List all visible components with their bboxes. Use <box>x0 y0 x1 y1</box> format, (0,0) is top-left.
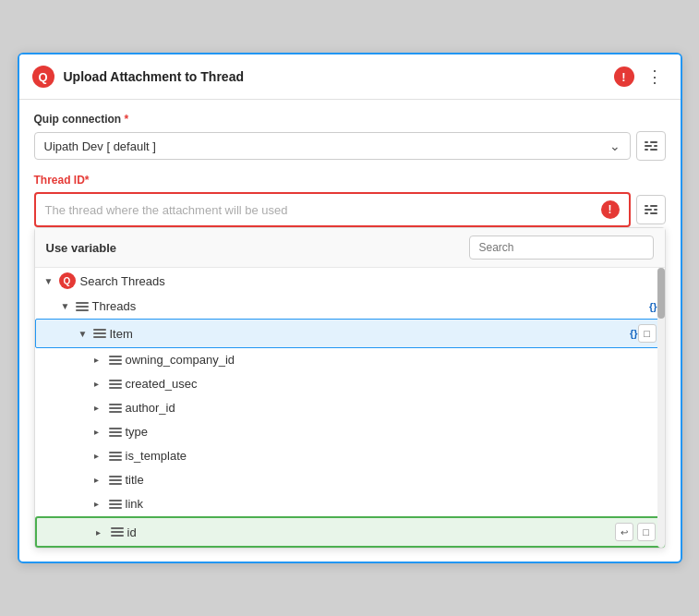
panel-title: Upload Attachment to Thread <box>64 69 614 84</box>
variable-header: Use variable <box>35 228 665 268</box>
header-more-button[interactable]: ⋮ <box>642 64 668 90</box>
svg-rect-5 <box>650 149 657 151</box>
header-warn-icon: ! <box>614 66 634 87</box>
id-insert-button[interactable]: ↩ <box>615 523 633 541</box>
is-template-list-icon <box>109 452 122 461</box>
svg-rect-1 <box>650 141 657 143</box>
thread-id-label: Thread ID* <box>34 174 666 187</box>
tree-item-is-template[interactable]: ▸ is_template <box>35 444 665 468</box>
tree-container[interactable]: ▼ Q Search Threads ▼ Threads {} ▼ <box>35 268 665 548</box>
main-container: Q Upload Attachment to Thread ! ⋮ Quip c… <box>0 0 699 616</box>
created-usec-list-icon <box>109 380 122 389</box>
id-label: id <box>127 525 615 539</box>
connection-value: Uipath Dev [ default ] <box>44 139 609 153</box>
scrollbar-thumb[interactable] <box>657 268 665 319</box>
thread-input-row: The thread where the attachment will be … <box>34 192 666 227</box>
svg-rect-6 <box>645 205 648 207</box>
tree-item-threads[interactable]: ▼ Threads {} <box>35 295 665 319</box>
threads-badge: {} <box>649 301 657 312</box>
panel: Q Upload Attachment to Thread ! ⋮ Quip c… <box>18 53 682 563</box>
created-usec-label: created_usec <box>126 377 657 391</box>
chevron-right-icon: ▸ <box>94 403 105 413</box>
tree-item-author-id[interactable]: ▸ author_id <box>35 396 665 420</box>
tree-item-id[interactable]: ▸ id ↩ □ <box>35 516 665 548</box>
variable-title: Use variable <box>46 241 469 255</box>
thread-id-input[interactable]: The thread where the attachment will be … <box>34 192 631 227</box>
chevron-right-icon: ▸ <box>94 475 105 485</box>
author-id-label: author_id <box>126 401 657 415</box>
connection-required: * <box>125 113 129 126</box>
connection-row: Uipath Dev [ default ] ⌄ <box>34 131 666 161</box>
tree-item-item[interactable]: ▼ Item {} □ <box>35 319 665 348</box>
connection-settings-button[interactable] <box>636 131 666 161</box>
svg-rect-4 <box>645 149 648 151</box>
tree-item-created-usec[interactable]: ▸ created_usec <box>35 372 665 396</box>
link-label: link <box>126 497 657 511</box>
thread-id-placeholder: The thread where the attachment will be … <box>45 203 288 217</box>
panel-body: Quip connection * Uipath Dev [ default ]… <box>19 100 681 562</box>
tree-item-owning-company-id[interactable]: ▸ owning_company_id <box>35 348 665 372</box>
owning-company-id-list-icon <box>109 356 122 365</box>
svg-rect-0 <box>645 141 648 143</box>
tree-item-link[interactable]: ▸ link <box>35 492 665 516</box>
search-threads-icon: Q <box>59 272 76 289</box>
panel-header: Q Upload Attachment to Thread ! ⋮ <box>19 54 681 100</box>
svg-rect-10 <box>645 212 648 214</box>
chevron-right-icon: ▸ <box>96 527 107 537</box>
link-list-icon <box>109 500 122 509</box>
owning-company-id-label: owning_company_id <box>126 353 657 367</box>
svg-rect-2 <box>645 145 652 147</box>
search-threads-label: Search Threads <box>80 274 657 288</box>
tree-item-title[interactable]: ▸ title <box>35 468 665 492</box>
tree-item-search-threads[interactable]: ▼ Q Search Threads <box>35 268 665 295</box>
item-list-icon <box>93 329 106 338</box>
chevron-right-icon: ▸ <box>94 427 105 437</box>
is-template-label: is_template <box>126 449 657 463</box>
thread-settings-icon <box>644 202 658 217</box>
chevron-right-icon: ▸ <box>94 355 105 365</box>
chevron-down-icon: ▼ <box>44 276 55 286</box>
id-copy-button[interactable]: □ <box>637 523 656 541</box>
svg-rect-11 <box>650 212 657 214</box>
search-input[interactable] <box>469 236 654 260</box>
connection-dropdown[interactable]: Uipath Dev [ default ] ⌄ <box>34 132 631 160</box>
chevron-down-icon: ▼ <box>78 329 90 339</box>
variable-dropdown: Use variable ▼ Q Search Threads ▼ <box>34 227 666 549</box>
chevron-right-icon: ▸ <box>94 451 105 461</box>
scrollbar-track[interactable] <box>657 268 665 548</box>
settings-icon <box>644 139 658 153</box>
header-actions: ! ⋮ <box>614 64 668 90</box>
author-id-list-icon <box>109 404 122 413</box>
svg-rect-7 <box>650 205 657 207</box>
title-list-icon <box>109 476 122 485</box>
type-list-icon <box>109 428 122 437</box>
thread-id-warn-icon: ! <box>601 200 620 219</box>
chevron-right-icon: ▸ <box>94 499 105 509</box>
item-badge: {} <box>630 328 638 339</box>
thread-id-settings-button[interactable] <box>636 195 666 224</box>
type-label: type <box>126 425 657 439</box>
threads-label: Threads <box>92 299 644 313</box>
chevron-down-icon: ▼ <box>61 301 72 311</box>
item-actions: □ <box>638 324 657 343</box>
threads-list-icon <box>76 302 89 311</box>
item-copy-button[interactable]: □ <box>638 324 657 343</box>
item-label: Item <box>110 327 624 341</box>
svg-rect-9 <box>654 209 657 211</box>
chevron-right-icon: ▸ <box>94 379 105 389</box>
thread-id-required: * <box>85 174 90 187</box>
quip-icon: Q <box>32 66 54 88</box>
title-label: title <box>126 473 657 487</box>
tree-item-type[interactable]: ▸ type <box>35 420 665 444</box>
id-list-icon <box>111 527 124 537</box>
svg-rect-8 <box>645 209 652 211</box>
id-actions: ↩ □ <box>615 523 656 541</box>
chevron-down-icon: ⌄ <box>609 139 621 153</box>
connection-label: Quip connection * <box>34 113 666 126</box>
svg-rect-3 <box>654 145 657 147</box>
